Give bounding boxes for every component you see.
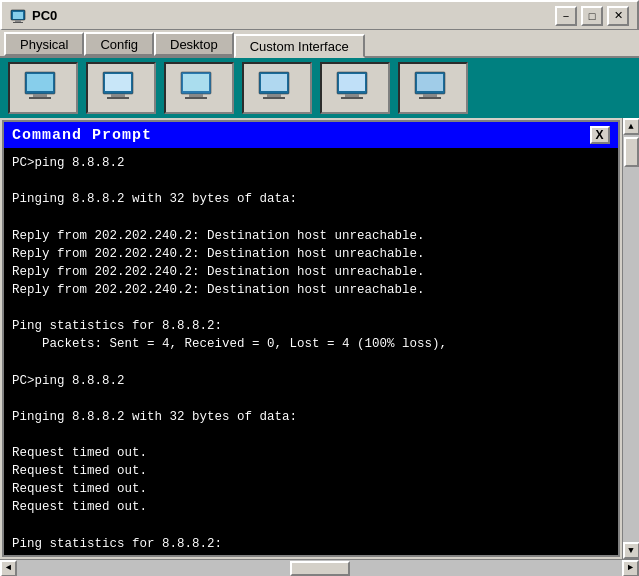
command-prompt-window: Command Prompt X PC>ping 8.8.8.2 Pinging…: [2, 120, 620, 557]
scroll-right-button[interactable]: ►: [622, 560, 639, 577]
title-bar: PC0 − □ ✕: [0, 0, 639, 30]
toolbar: [0, 58, 639, 118]
svg-rect-1: [13, 12, 23, 19]
toolbar-icon-3[interactable]: [164, 62, 234, 114]
cmd-body[interactable]: PC>ping 8.8.8.2 Pinging 8.8.8.2 with 32 …: [4, 148, 618, 555]
svg-rect-11: [107, 97, 129, 99]
main-wrapper: Command Prompt X PC>ping 8.8.8.2 Pinging…: [0, 118, 639, 576]
minimize-button[interactable]: −: [555, 6, 577, 26]
svg-rect-21: [339, 74, 365, 91]
svg-rect-2: [15, 20, 21, 22]
scroll-thumb[interactable]: [624, 137, 639, 167]
cmd-title-bar: Command Prompt X: [4, 122, 618, 148]
cmd-title: Command Prompt: [12, 127, 152, 144]
scroll-left-button[interactable]: ◄: [0, 560, 17, 577]
window-controls: − □ ✕: [555, 6, 629, 26]
svg-rect-3: [13, 22, 23, 23]
svg-rect-13: [183, 74, 209, 91]
tab-bar: Physical Config Desktop Custom Interface: [0, 30, 639, 58]
svg-rect-14: [189, 94, 203, 97]
cmd-close-button[interactable]: X: [590, 126, 610, 144]
svg-rect-5: [27, 74, 53, 91]
tab-custom-interface[interactable]: Custom Interface: [234, 34, 365, 58]
svg-rect-9: [105, 74, 131, 91]
svg-rect-18: [267, 94, 281, 97]
svg-rect-26: [423, 94, 437, 97]
vertical-scrollbar: ▲ ▼: [622, 118, 639, 559]
tab-physical[interactable]: Physical: [4, 32, 84, 56]
h-scroll-thumb[interactable]: [290, 561, 350, 576]
window-title: PC0: [32, 8, 555, 23]
svg-rect-19: [263, 97, 285, 99]
app-icon: [10, 8, 26, 24]
svg-rect-17: [261, 74, 287, 91]
svg-rect-23: [341, 97, 363, 99]
horizontal-scrollbar: ◄ ►: [0, 559, 639, 576]
svg-rect-15: [185, 97, 207, 99]
svg-rect-27: [419, 97, 441, 99]
maximize-button[interactable]: □: [581, 6, 603, 26]
toolbar-icon-2[interactable]: [86, 62, 156, 114]
tab-config[interactable]: Config: [84, 32, 154, 56]
h-scroll-track[interactable]: [17, 560, 622, 576]
toolbar-icon-5[interactable]: [320, 62, 390, 114]
svg-rect-7: [29, 97, 51, 99]
svg-rect-22: [345, 94, 359, 97]
svg-rect-25: [417, 74, 443, 91]
toolbar-icon-4[interactable]: [242, 62, 312, 114]
toolbar-icon-1[interactable]: [8, 62, 78, 114]
content-row: Command Prompt X PC>ping 8.8.8.2 Pinging…: [0, 118, 639, 559]
svg-rect-10: [111, 94, 125, 97]
scroll-down-button[interactable]: ▼: [623, 542, 640, 559]
tab-desktop[interactable]: Desktop: [154, 32, 234, 56]
scroll-track[interactable]: [623, 135, 639, 542]
toolbar-icon-6[interactable]: [398, 62, 468, 114]
close-button[interactable]: ✕: [607, 6, 629, 26]
scroll-up-button[interactable]: ▲: [623, 118, 640, 135]
svg-rect-6: [33, 94, 47, 97]
